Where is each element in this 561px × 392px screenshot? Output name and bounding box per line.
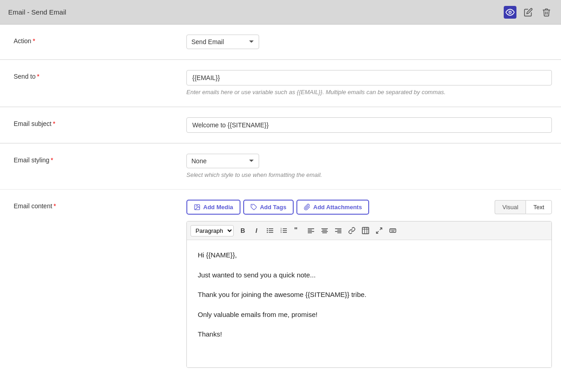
editor-body[interactable]: Hi {{NAME}}, Just wanted to send you a q… xyxy=(187,240,551,367)
keyboard-icon xyxy=(389,227,396,234)
edit-icon[interactable] xyxy=(522,6,535,19)
email-styling-field: None Select which style to use when form… xyxy=(186,154,552,179)
fullscreen-button[interactable] xyxy=(373,224,386,237)
table-button[interactable] xyxy=(359,224,372,237)
align-left-icon xyxy=(307,227,315,234)
svg-point-10 xyxy=(267,230,268,231)
email-subject-field xyxy=(186,117,552,133)
ordered-list-button[interactable]: 1.2.3. xyxy=(277,224,290,237)
ordered-list-icon: 1.2.3. xyxy=(280,227,287,234)
blockquote-icon: " xyxy=(294,227,301,234)
svg-text:3.: 3. xyxy=(280,231,282,233)
add-media-icon xyxy=(194,204,200,211)
keyboard-button[interactable] xyxy=(386,224,399,237)
add-tags-button[interactable]: Add Tags xyxy=(243,200,294,215)
send-to-hint: Enter emails here or use variable such a… xyxy=(186,88,552,96)
email-styling-select[interactable]: None xyxy=(186,154,259,168)
send-to-label: Send to* xyxy=(9,70,186,80)
action-row: Action* Send Email xyxy=(0,25,561,60)
unordered-list-button[interactable] xyxy=(264,224,276,237)
align-center-icon xyxy=(321,227,328,234)
email-content-label: Email content* xyxy=(9,200,186,210)
align-left-button[interactable] xyxy=(305,224,317,237)
svg-point-0 xyxy=(509,11,511,13)
email-content-field: Add Media Add Tags Add Attachments xyxy=(186,200,552,368)
add-media-button[interactable]: Add Media xyxy=(186,200,240,215)
svg-point-9 xyxy=(267,228,268,229)
align-right-button[interactable] xyxy=(332,224,345,237)
editor-line-1: Hi {{NAME}}, xyxy=(198,249,541,261)
editor-line-4: Only valuable emails from me, promise! xyxy=(198,309,541,321)
editor-line-5: Thanks! xyxy=(198,328,541,340)
send-to-field: Enter emails here or use variable such a… xyxy=(186,70,552,96)
header: Email - Send Email xyxy=(0,0,561,25)
link-button[interactable] xyxy=(346,224,358,237)
header-icons xyxy=(504,6,553,19)
email-subject-row: Email subject* xyxy=(0,107,561,143)
send-to-row: Send to* Enter emails here or use variab… xyxy=(0,60,561,107)
text-view-button[interactable]: Text xyxy=(526,200,552,214)
preview-icon[interactable] xyxy=(504,6,516,19)
fullscreen-icon xyxy=(376,227,383,234)
link-icon xyxy=(348,227,356,234)
unordered-list-icon xyxy=(266,227,274,234)
delete-icon[interactable] xyxy=(540,6,553,19)
view-toggle: Visual Text xyxy=(495,200,552,214)
email-subject-label: Email subject* xyxy=(9,117,186,127)
action-label: Action* xyxy=(9,35,186,45)
action-field: Send Email xyxy=(186,35,552,49)
page-title: Email - Send Email xyxy=(8,8,66,16)
align-right-icon xyxy=(335,227,342,234)
paragraph-format-select[interactable]: Paragraph xyxy=(190,225,234,236)
email-styling-row: Email styling* None Select which style t… xyxy=(0,143,561,190)
svg-point-2 xyxy=(195,206,196,207)
add-attachments-icon xyxy=(304,204,311,211)
svg-line-35 xyxy=(380,228,382,230)
svg-rect-37 xyxy=(390,229,396,232)
svg-rect-31 xyxy=(362,227,369,234)
editor-line-3: Thank you for joining the awesome {{SITE… xyxy=(198,289,541,301)
align-center-button[interactable] xyxy=(318,224,331,237)
editor-toolbar: Paragraph B I 1.2.3. " xyxy=(187,221,551,240)
editor-container: Paragraph B I 1.2.3. " xyxy=(186,221,552,368)
editor-line-2: Just wanted to send you a quick note... xyxy=(198,269,541,281)
send-to-input[interactable] xyxy=(186,70,552,85)
italic-button[interactable]: I xyxy=(250,224,263,237)
svg-line-36 xyxy=(376,231,379,234)
visual-view-button[interactable]: Visual xyxy=(495,200,526,214)
email-subject-input[interactable] xyxy=(186,117,552,133)
main-content: Action* Send Email Send to* Enter emails… xyxy=(0,25,561,392)
email-content-row: Email content* Add Media xyxy=(0,190,561,378)
table-icon xyxy=(362,227,369,234)
email-styling-hint: Select which style to use when formattin… xyxy=(186,171,552,179)
svg-point-11 xyxy=(267,232,268,233)
add-attachments-button[interactable]: Add Attachments xyxy=(296,200,369,215)
action-select[interactable]: Send Email xyxy=(186,35,259,49)
add-tags-icon xyxy=(250,204,257,211)
blockquote-button[interactable]: " xyxy=(291,224,304,237)
content-toolbar: Add Media Add Tags Add Attachments xyxy=(186,200,552,215)
bold-button[interactable]: B xyxy=(236,224,249,237)
email-styling-label: Email styling* xyxy=(9,154,186,164)
svg-text:": " xyxy=(294,227,298,234)
